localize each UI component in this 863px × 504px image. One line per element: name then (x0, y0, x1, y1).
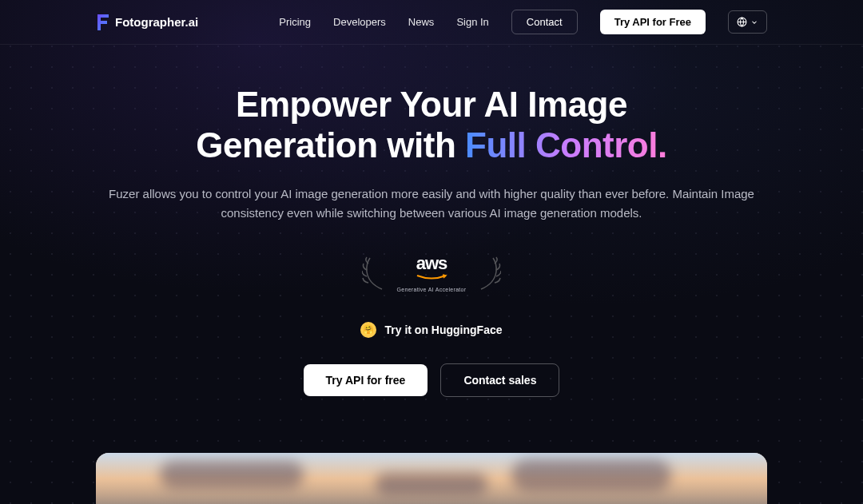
aws-logo-text: aws (397, 255, 467, 272)
hero-title-highlight: Full Control. (465, 125, 667, 165)
hero-preview-image (96, 453, 767, 504)
try-api-header-button[interactable]: Try API for Free (600, 10, 706, 34)
hero-title: Empower Your AI Image Generation with Fu… (96, 85, 767, 165)
aws-subtitle: Generative AI Accelerator (397, 287, 467, 292)
aws-badge-section: aws Generative AI Accelerator (96, 255, 767, 292)
hero-subtitle: Fuzer allows you to control your AI imag… (96, 185, 767, 223)
language-selector[interactable] (728, 10, 767, 34)
nav-pricing[interactable]: Pricing (279, 16, 311, 28)
hero-title-line2: Generation with (196, 125, 465, 165)
aws-swoosh-icon (416, 273, 447, 281)
chevron-down-icon (750, 18, 758, 26)
hero-section: Empower Your AI Image Generation with Fu… (0, 45, 863, 504)
aws-badge: aws Generative AI Accelerator (397, 255, 467, 292)
contact-button[interactable]: Contact (511, 10, 578, 34)
laurel-left-icon (362, 256, 386, 292)
huggingface-icon: 🤗 (360, 322, 376, 338)
brand-logo[interactable]: Fotographer.ai (96, 14, 198, 31)
try-api-button[interactable]: Try API for free (304, 364, 428, 396)
hero-title-line1: Empower Your AI Image (236, 85, 627, 124)
nav-news[interactable]: News (408, 16, 435, 28)
cta-row: Try API for free Contact sales (96, 363, 767, 397)
laurel-right-icon (477, 256, 501, 292)
huggingface-link[interactable]: 🤗 Try it on HuggingFace (360, 322, 502, 338)
main-header: Fotographer.ai Pricing Developers News S… (0, 0, 863, 45)
nav-signin[interactable]: Sign In (456, 16, 488, 28)
main-nav: Pricing Developers News Sign In Contact … (279, 10, 767, 34)
brand-name: Fotographer.ai (115, 15, 198, 29)
logo-icon (96, 14, 110, 31)
globe-icon (737, 17, 747, 27)
nav-developers[interactable]: Developers (333, 16, 386, 28)
contact-sales-button[interactable]: Contact sales (440, 363, 559, 397)
huggingface-label: Try it on HuggingFace (384, 323, 502, 336)
